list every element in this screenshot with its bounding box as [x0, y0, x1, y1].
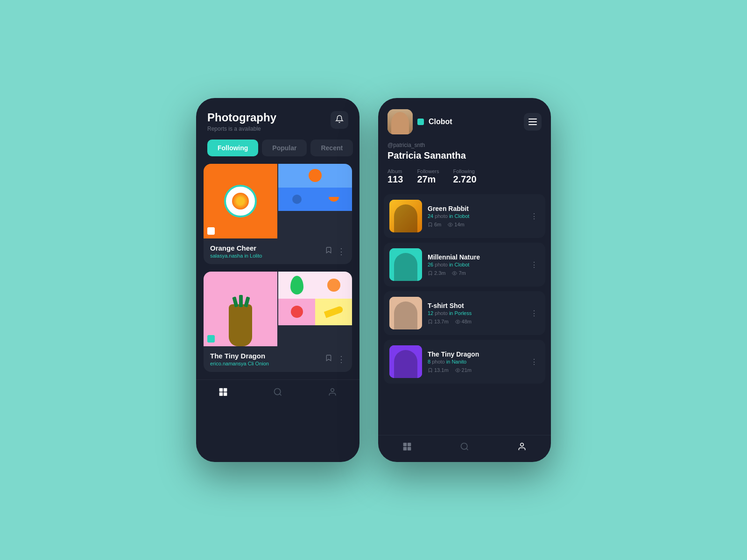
album-item-tshirt-shot[interactable]: T-shirt Shot 12 photo in Porless 13.7m	[384, 291, 545, 335]
more-icon[interactable]: ⋮	[337, 246, 345, 257]
card-orange-cheer: Orange Cheer salasya.nasha in Lolito ⋮	[204, 164, 352, 264]
album-item-green-rabbit[interactable]: Green Rabbit 24 photo in Clobot 6m	[384, 194, 545, 238]
card-thumb-2	[278, 188, 315, 211]
nav-profile-icon[interactable]	[328, 387, 337, 399]
album-item-tiny-dragon[interactable]: The Tiny Dragon 8 photo in Nanito 13.1m	[384, 340, 545, 384]
bookmark-icon-2[interactable]	[325, 354, 332, 364]
album-stats-1: 6m 14m	[428, 222, 523, 227]
album-name-4: The Tiny Dragon	[428, 350, 523, 358]
card-main-image	[204, 164, 277, 238]
more-button-4[interactable]: ⋮	[529, 356, 540, 368]
peach-thumb	[315, 272, 352, 299]
album-stats-3: 13.7m 48m	[428, 319, 523, 324]
svg-rect-1	[224, 388, 227, 392]
stat-following-value: 2.720	[453, 174, 476, 185]
album-info-2: Millennial Nature 26 photo in Clobot 2.3…	[428, 253, 523, 276]
stat-following: Following 2.720	[453, 168, 476, 185]
nav-grid-icon[interactable]	[402, 442, 412, 454]
svg-point-8	[457, 321, 458, 322]
album-thumb-2	[389, 248, 422, 281]
album-info-3: T-shirt Shot 12 photo in Porless 13.7m	[428, 302, 523, 324]
apple-thumb	[278, 299, 315, 326]
album-detail-3: 12 photo in Porless	[428, 310, 523, 316]
menu-line-3	[529, 124, 537, 125]
avatar	[388, 109, 413, 134]
stat-album: Album 113	[388, 168, 403, 185]
stat-following-label: Following	[453, 168, 476, 174]
svg-point-14	[461, 443, 467, 449]
tab-popular[interactable]: Popular	[262, 140, 307, 156]
svg-rect-13	[407, 447, 411, 451]
card-grid-images	[278, 164, 352, 211]
page-subtitle: Reports is a available	[207, 126, 276, 132]
user-avatar-row: Clobot	[388, 109, 452, 134]
svg-rect-0	[219, 388, 223, 392]
banana-thumb	[315, 299, 352, 326]
svg-rect-12	[403, 447, 407, 451]
album-detail-4: 8 photo in Nanito	[428, 359, 523, 364]
stat-followers-value: 27m	[417, 174, 439, 185]
svg-rect-10	[403, 443, 407, 447]
card-tiny-dragon: The Tiny Dragon erico.namansya Cli Onion…	[204, 272, 352, 372]
tabs-bar: Following Popular Recent	[196, 140, 359, 156]
card-actions: ⋮	[325, 246, 345, 257]
bell-icon	[335, 115, 344, 125]
nav-profile-icon-right[interactable]	[517, 442, 527, 454]
more-button-1[interactable]: ⋮	[529, 210, 540, 223]
album-detail-1: 24 photo in Clobot	[428, 213, 523, 219]
saves-stat-4: 13.1m	[428, 367, 449, 373]
card-info-dragon: The Tiny Dragon erico.namansya Cli Onion	[210, 352, 269, 366]
profile-info: @patricia_snth Patricia Sanantha	[378, 142, 551, 168]
saves-stat-2: 2.3m	[428, 270, 445, 276]
bottom-nav-left	[196, 379, 359, 408]
card-color-indicator-2	[207, 335, 215, 343]
card-meta: salasya.nasha in Lolito	[210, 253, 262, 259]
album-detail-2: 26 photo in Clobot	[428, 262, 523, 267]
svg-rect-2	[219, 392, 223, 396]
stats-row: Album 113 Followers 27m Following 2.720	[378, 168, 551, 194]
album-item-millennial-nature[interactable]: Millennial Nature 26 photo in Clobot 2.3…	[384, 243, 545, 287]
card-thumb-1	[278, 164, 352, 188]
card-images-dragon	[204, 272, 352, 346]
views-stat-2: 7m	[452, 270, 465, 276]
saves-stat-3: 13.7m	[428, 319, 449, 324]
page-title: Photography	[207, 111, 276, 124]
album-name-1: Green Rabbit	[428, 205, 523, 212]
nav-search-icon[interactable]	[273, 387, 282, 399]
card-actions-dragon: ⋮	[325, 354, 345, 364]
nav-home-icon[interactable]	[218, 387, 228, 399]
more-button-2[interactable]: ⋮	[529, 259, 540, 271]
album-thumb-1	[389, 200, 422, 232]
svg-point-6	[450, 224, 451, 225]
stat-followers-label: Followers	[417, 168, 439, 174]
more-icon-2[interactable]: ⋮	[337, 354, 345, 364]
card-title: Orange Cheer	[210, 244, 262, 252]
album-stats-2: 2.3m 7m	[428, 270, 523, 276]
views-stat-4: 21m	[455, 367, 472, 373]
views-stat-1: 14m	[448, 222, 464, 227]
app-name: Clobot	[429, 118, 452, 126]
card-title-dragon: The Tiny Dragon	[210, 352, 269, 360]
bookmark-icon[interactable]	[325, 246, 332, 257]
tab-recent[interactable]: Recent	[310, 140, 353, 156]
menu-line-1	[529, 119, 537, 119]
album-info-4: The Tiny Dragon 8 photo in Nanito 13.1m	[428, 350, 523, 373]
nav-search-icon-right[interactable]	[460, 442, 469, 454]
menu-button[interactable]	[524, 113, 542, 131]
card-thumb-3	[315, 188, 352, 211]
album-list: Green Rabbit 24 photo in Clobot 6m	[378, 194, 551, 435]
svg-point-9	[457, 370, 458, 371]
right-header: Clobot	[378, 98, 551, 142]
card-footer-dragon: The Tiny Dragon erico.namansya Cli Onion…	[204, 346, 352, 372]
bell-button[interactable]	[331, 111, 348, 129]
svg-point-4	[274, 389, 280, 395]
avocado-thumb	[278, 272, 315, 299]
svg-point-15	[521, 443, 524, 447]
more-button-3[interactable]: ⋮	[529, 307, 540, 320]
card-thumb-bottom	[278, 188, 352, 211]
left-header: Photography Reports is a available	[196, 98, 359, 140]
svg-rect-11	[407, 443, 411, 447]
album-thumb-4	[389, 345, 422, 378]
tab-following[interactable]: Following	[207, 140, 258, 156]
username-handle: @patricia_snth	[388, 142, 542, 148]
